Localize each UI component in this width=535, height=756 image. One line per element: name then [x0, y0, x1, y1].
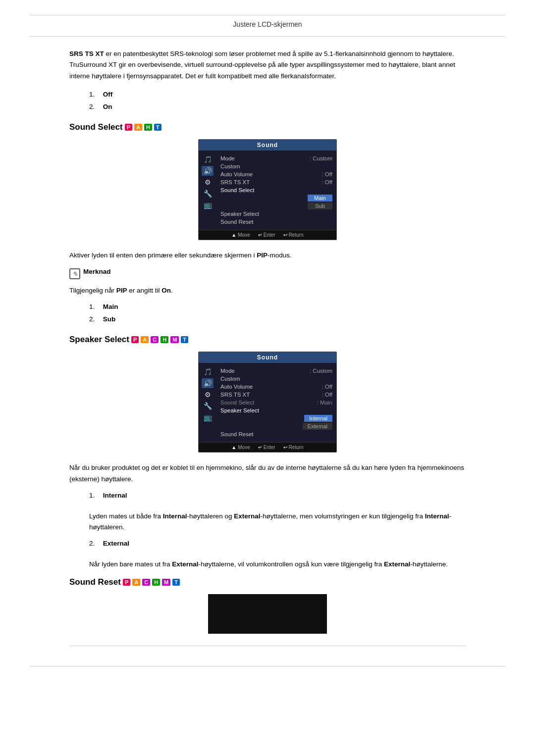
return-icon: ↩	[283, 232, 287, 238]
menu-option-sub: Sub	[220, 202, 332, 210]
badge-m: M	[170, 336, 179, 343]
list-item-internal: 1. Internal	[89, 492, 466, 499]
badge-h3: H	[152, 579, 160, 586]
menu-row-srs2: SRS TS XT : Off	[220, 391, 332, 399]
menu-footer2: ▲ Move ↵ Enter ↩ Return	[199, 442, 336, 452]
badge-c: C	[151, 336, 159, 343]
menu-icon-tools2: 🔧	[202, 401, 214, 411]
sound-select-heading: Sound Select P A H T	[69, 122, 466, 132]
footer-move2: ▲ Move	[231, 445, 250, 450]
menu-row-speakerselect: Speaker Select	[220, 210, 332, 218]
menu-rows2: Mode : Custom Custom Auto Volume : Off S…	[216, 366, 336, 439]
internal-sub-description: Lyden mates ut både fra Internal-høyttal…	[89, 511, 466, 533]
menu-footer: ▲ Move ↵ Enter ↩ Return	[199, 230, 336, 240]
menu-row-autovolume: Auto Volume : Off	[220, 170, 332, 178]
sound-reset-heading: Sound Reset P A C H M T	[69, 577, 466, 587]
badge-h: H	[144, 124, 152, 131]
badge-t: T	[154, 124, 161, 131]
menu-option-main: Main	[220, 194, 332, 202]
note-box: ✎ Merknad	[69, 268, 466, 279]
badge-a: A	[134, 124, 142, 131]
sound-select-menu: Sound 🎵 🔊 ⚙ 🔧 📺 Mode : Custom Custom	[198, 139, 337, 240]
list-item-external: 2. External	[89, 540, 466, 547]
menu-title2: Sound	[199, 352, 336, 363]
footer-enter2: ↵ Enter	[258, 445, 275, 450]
intro-text: er en patentbeskyttet SRS-teknologi som …	[69, 50, 455, 80]
menu-row-speakerselect2: Speaker Select	[220, 406, 332, 414]
menu-icon-settings: ⚙	[202, 177, 214, 187]
enter-icon2: ↵	[258, 445, 262, 450]
menu-row-soundreset: Sound Reset	[220, 218, 332, 226]
menu-title: Sound	[199, 140, 336, 151]
footer-return: ↩ Return	[283, 232, 304, 238]
menu-icons2: 🎵 🔊 ⚙ 🔧 📺	[199, 366, 216, 439]
return-icon2: ↩	[283, 445, 287, 450]
menu-row-custom: Custom	[220, 162, 332, 170]
badge-p2: P	[131, 336, 139, 343]
menu-icon-settings2: ⚙	[202, 390, 214, 400]
menu-option-internal: Internal	[220, 414, 332, 422]
sound-select-list: 1. Main 2. Sub	[89, 303, 466, 323]
note-icon: ✎	[69, 268, 80, 279]
badge-t3: T	[172, 579, 180, 586]
menu-option-external: External	[220, 422, 332, 430]
external-sub-description: Når lyden bare mates ut fra External-høy…	[89, 559, 466, 570]
sound-select-description: Aktiver lyden til enten den primære elle…	[69, 250, 466, 261]
badge-t2: T	[181, 336, 188, 343]
badge-a3: A	[132, 579, 140, 586]
sound-reset-menu-screenshot	[208, 594, 327, 634]
list-item-main: 1. Main	[89, 303, 466, 310]
menu-icon-display2: 📺	[202, 412, 214, 422]
srs-options-list: 1. Off 2. On	[89, 91, 466, 110]
menu-icon-tools: 🔧	[202, 189, 214, 199]
menu-row-soundreset2: Sound Reset	[220, 430, 332, 438]
menu-row-custom2: Custom	[220, 375, 332, 383]
speaker-select-menu: Sound 🎵 🔊 ⚙ 🔧 📺 Mode : Custom Custom	[198, 352, 337, 453]
speaker-select-heading: Speaker Select P A C H M T	[69, 335, 466, 345]
menu-icons: 🎵 🔊 ⚙ 🔧 📺	[199, 153, 216, 227]
menu-row-mode2: Mode : Custom	[220, 367, 332, 375]
menu-icon-speaker: 🔊	[202, 166, 214, 176]
footer-move: ▲ Move	[231, 232, 250, 238]
badge-p3: P	[123, 579, 130, 586]
footer-return2: ↩ Return	[283, 445, 304, 450]
badge-p: P	[125, 124, 132, 131]
page-title: Justere LCD-skjermen	[233, 20, 302, 28]
badge-c3: C	[142, 579, 150, 586]
list-item-sub: 2. Sub	[89, 315, 466, 323]
menu-icon-display: 📺	[202, 200, 214, 210]
badge-a2: A	[141, 336, 149, 343]
list-item: 1. Off	[89, 91, 466, 98]
menu-icon-music2: 🎵	[202, 367, 214, 377]
menu-row-srs: SRS TS XT : Off	[220, 178, 332, 186]
menu-row-autovolume2: Auto Volume : Off	[220, 383, 332, 391]
list-item: 2. On	[89, 103, 466, 110]
badge-m3: M	[162, 579, 170, 586]
menu-icon-speaker2: 🔊	[202, 378, 214, 388]
menu-icon-music: 🎵	[202, 154, 214, 164]
menu-row-soundselect2: Sound Select : Main	[220, 399, 332, 406]
note-text: Tilgjengelig når PIP er angitt til On.	[69, 285, 466, 296]
speaker-select-list-2: 2. External	[89, 540, 466, 547]
bottom-divider	[69, 646, 466, 646]
menu-rows: Mode : Custom Custom Auto Volume : Off S…	[216, 153, 336, 227]
footer-enter: ↵ Enter	[258, 232, 275, 238]
menu-row-mode: Mode : Custom	[220, 154, 332, 162]
move-icon2: ▲	[231, 445, 236, 450]
speaker-select-list: 1. Internal	[89, 492, 466, 499]
badge-h2: H	[160, 336, 168, 343]
srs-brand: SRS TS XT	[69, 50, 104, 57]
menu-row-soundselect: Sound Select	[220, 186, 332, 194]
enter-icon: ↵	[258, 232, 262, 238]
intro-paragraph: SRS TS XT er en patentbeskyttet SRS-tekn…	[69, 49, 466, 82]
page-header: Justere LCD-skjermen	[30, 15, 505, 37]
speaker-select-description: Når du bruker produktet og det er koblet…	[69, 462, 466, 485]
move-icon: ▲	[231, 232, 236, 238]
